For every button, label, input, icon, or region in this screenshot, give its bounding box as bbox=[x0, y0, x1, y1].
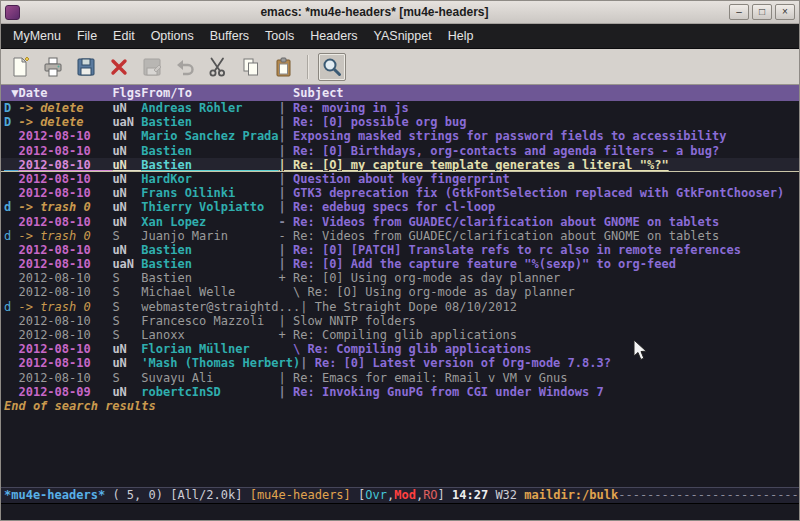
col-mdate: -> delete bbox=[18, 101, 112, 115]
col-from: 'Mash (Thomas Herbert) bbox=[141, 356, 300, 370]
message-row[interactable]: d -> trash 0 S Juanjo Marin - Re: Videos… bbox=[1, 229, 799, 243]
col-from: Andreas Röhler bbox=[141, 101, 278, 115]
col-sep: | bbox=[279, 172, 293, 186]
col-subject: Re: Compiling glib applications bbox=[293, 328, 517, 342]
col-sep: + bbox=[279, 271, 293, 285]
col-subject: Re: Emacs for email: Rmail v VM v Gnus bbox=[293, 371, 568, 385]
close-button[interactable]: × bbox=[775, 4, 795, 20]
col-subject: Re: [O] my capture template generates a … bbox=[293, 158, 669, 172]
toolbar bbox=[1, 49, 799, 85]
col-flags: S bbox=[112, 328, 141, 342]
col-mark bbox=[4, 271, 18, 285]
emacs-window: emacs: *mu4e-headers* [mu4e-headers] – □… bbox=[0, 0, 800, 521]
col-mark: d bbox=[4, 229, 18, 243]
col-flags: uN bbox=[112, 129, 141, 143]
save-button[interactable] bbox=[72, 53, 100, 81]
undo-button bbox=[171, 53, 199, 81]
col-flags: S bbox=[112, 371, 141, 385]
col-flags: S bbox=[112, 300, 141, 314]
col-from: Xan Lopez bbox=[141, 215, 278, 229]
message-row[interactable]: D -> delete uN Andreas Röhler | Re: movi… bbox=[1, 101, 799, 115]
cut-button[interactable] bbox=[204, 53, 232, 81]
col-mark: D bbox=[4, 115, 18, 129]
save-as-icon bbox=[141, 56, 163, 78]
col-mark: d bbox=[4, 200, 18, 214]
message-row[interactable]: 2012-08-09 uN robertcInSD | Re: Invoking… bbox=[1, 385, 799, 399]
col-from: HardKor bbox=[141, 172, 278, 186]
print-button[interactable] bbox=[39, 53, 67, 81]
menu-item-edit[interactable]: Edit bbox=[105, 25, 143, 47]
modeline-plain: [ bbox=[351, 488, 365, 502]
col-date: 2012-08-10 bbox=[18, 356, 112, 370]
col-flags: uN bbox=[112, 215, 141, 229]
end-of-results: End of search results bbox=[1, 399, 799, 414]
message-row[interactable]: 2012-08-10 uaN Bastien | Re: [0] Add the… bbox=[1, 257, 799, 271]
col-from: Florian Müllner bbox=[141, 342, 278, 356]
col-date: 2012-08-10 bbox=[18, 328, 112, 342]
message-row[interactable]: 2012-08-10 uN HardKor | Question about k… bbox=[1, 172, 799, 186]
col-mdate: -> trash 0 bbox=[18, 229, 112, 243]
col-mark: ▼ bbox=[4, 86, 18, 100]
menubar: MyMenuFileEditOptionsBuffersToolsHeaders… bbox=[1, 24, 799, 49]
col-flags: S bbox=[112, 285, 141, 299]
col-flags: uN bbox=[112, 144, 141, 158]
message-row[interactable]: 2012-08-10 uN Frans Oilinki | GTK3 depre… bbox=[1, 186, 799, 200]
col-subject: \ Re: [O] Using org-mode as day planner bbox=[293, 285, 575, 299]
menu-item-yasnippet[interactable]: YASnippet bbox=[366, 25, 440, 47]
paste-button[interactable] bbox=[270, 53, 298, 81]
message-row[interactable]: 2012-08-10 uN 'Mash (Thomas Herbert)| Re… bbox=[1, 356, 799, 370]
message-row[interactable]: 2012-08-10 S Bastien + Re: [0] Using org… bbox=[1, 271, 799, 285]
message-row[interactable]: D -> delete uaN Bastien | Re: [0] possib… bbox=[1, 115, 799, 129]
col-sep: | bbox=[279, 158, 293, 172]
close-buffer-button[interactable] bbox=[105, 53, 133, 81]
emacs-icon bbox=[5, 5, 20, 20]
col-from: Lanoxx bbox=[141, 328, 278, 342]
menu-item-options[interactable]: Options bbox=[143, 25, 202, 47]
message-row[interactable]: 2012-08-10 uN Florian Müllner \ Re: Comp… bbox=[1, 342, 799, 356]
col-subject: Re: [0] [PATCH] Translate refs to rc als… bbox=[293, 243, 741, 257]
menu-item-help[interactable]: Help bbox=[440, 25, 482, 47]
menu-item-buffers[interactable]: Buffers bbox=[202, 25, 257, 47]
new-file-button[interactable] bbox=[6, 53, 34, 81]
menu-item-headers[interactable]: Headers bbox=[302, 25, 365, 47]
message-row[interactable]: d -> trash 0 uN Thierry Volpiatto | Re: … bbox=[1, 200, 799, 214]
copy-button[interactable] bbox=[237, 53, 265, 81]
col-sep: - bbox=[279, 215, 293, 229]
print-icon bbox=[42, 56, 64, 78]
echo-area[interactable] bbox=[1, 504, 799, 520]
message-row[interactable]: 2012-08-10 S Michael Welle \ Re: [O] Usi… bbox=[1, 285, 799, 299]
message-row[interactable]: 2012-08-10 uN Bastien | Re: [O] my captu… bbox=[1, 158, 799, 172]
message-row[interactable]: 2012-08-10 uN Xan Lopez - Re: Videos fro… bbox=[1, 215, 799, 229]
col-mark bbox=[4, 215, 18, 229]
col-subject: Re: moving in js bbox=[293, 101, 409, 115]
col-sep bbox=[279, 285, 293, 299]
message-row[interactable]: 2012-08-10 uN Mario Sanchez Prada| Expos… bbox=[1, 129, 799, 143]
col-sep: - bbox=[279, 229, 293, 243]
col-mark bbox=[4, 328, 18, 342]
menu-item-file[interactable]: File bbox=[69, 25, 105, 47]
message-row[interactable]: 2012-08-10 S Francesco Mazzoli | Slow NN… bbox=[1, 314, 799, 328]
message-row[interactable]: 2012-08-10 uN Bastien | Re: [0] [PATCH] … bbox=[1, 243, 799, 257]
search-button[interactable] bbox=[318, 53, 346, 81]
minimize-button[interactable]: – bbox=[729, 4, 749, 20]
modeline-plain: ] bbox=[438, 488, 452, 502]
col-from: Frans Oilinki bbox=[141, 186, 278, 200]
message-row[interactable]: 2012-08-10 S Lanoxx + Re: Compiling glib… bbox=[1, 328, 799, 342]
col-flags: uN bbox=[112, 356, 141, 370]
message-row[interactable]: 2012-08-10 S Suvayu Ali | Re: Emacs for … bbox=[1, 371, 799, 385]
message-row[interactable]: d -> trash 0 S webmaster@straightd...| T… bbox=[1, 300, 799, 314]
titlebar[interactable]: emacs: *mu4e-headers* [mu4e-headers] – □… bbox=[1, 1, 799, 24]
col-from: Bastien bbox=[141, 144, 278, 158]
menu-item-tools[interactable]: Tools bbox=[257, 25, 302, 47]
modeline-buffer-name: *mu4e-headers* bbox=[4, 488, 105, 502]
message-row[interactable]: 2012-08-10 uN Bastien | Re: [0] Birthday… bbox=[1, 144, 799, 158]
cut-icon bbox=[207, 56, 229, 78]
col-date: 2012-08-10 bbox=[18, 371, 112, 385]
header-line[interactable]: ▼Date FlgsFrom/To Subject bbox=[1, 85, 799, 101]
col-date: 2012-08-09 bbox=[18, 385, 112, 399]
menu-item-mymenu[interactable]: MyMenu bbox=[5, 25, 69, 47]
maximize-button[interactable]: □ bbox=[752, 4, 772, 20]
col-flags: S bbox=[112, 271, 141, 285]
mouse-cursor bbox=[633, 339, 649, 361]
col-date: 2012-08-10 bbox=[18, 129, 112, 143]
